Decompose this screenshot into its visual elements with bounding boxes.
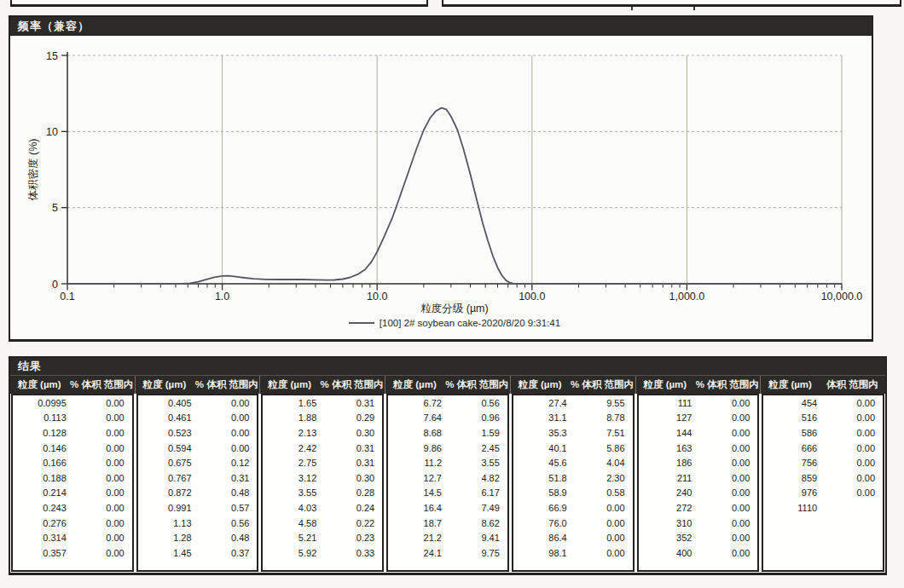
- pct-cell: 2.45: [454, 443, 507, 453]
- size-cell: 127: [639, 412, 704, 423]
- chart-body: 0.11.010.0100.01,000.010,000.0051015 体积密…: [10, 36, 872, 338]
- table-row: 2.130.30: [263, 425, 382, 441]
- pct-cell: 0.57: [204, 503, 258, 513]
- table-row: 0.6750.12: [138, 455, 258, 470]
- size-cell: 40.1: [513, 443, 579, 453]
- table-row: 3.550.28: [263, 486, 382, 501]
- size-cell: 516: [763, 412, 829, 423]
- size-cell: 45.6: [513, 458, 579, 468]
- size-cell: 1.45: [138, 548, 204, 558]
- pct-cell: 0.28: [328, 487, 382, 498]
- size-cell: 51.8: [513, 473, 579, 483]
- table-row: 31.18.78: [513, 411, 633, 426]
- pct-cell: 0.56: [454, 398, 507, 408]
- size-cell: 0.357: [13, 548, 78, 558]
- table-row: 2.420.31: [263, 441, 382, 456]
- table-row: 8590.00: [763, 470, 883, 486]
- table-row: 0.2760.00: [13, 516, 132, 531]
- size-cell: 272: [639, 503, 704, 513]
- results-column-header: 粒度 (µm)体积 范围内: [760, 376, 885, 394]
- pct-cell: 0.29: [328, 412, 382, 423]
- pct-cell: 0.96: [454, 412, 507, 423]
- frequency-chart-panel: 频率（兼容） 0.11.010.0100.01,000.010,000.0051…: [9, 15, 873, 342]
- table-row: 98.10.00: [513, 545, 633, 561]
- pct-cell: 0.00: [204, 428, 258, 438]
- pct-cell: 0.00: [704, 458, 757, 468]
- size-cell: 0.767: [138, 473, 204, 483]
- size-cell: 400: [639, 548, 704, 558]
- pct-cell: 6.17: [454, 487, 507, 498]
- size-cell: 21.2: [388, 533, 454, 543]
- pct-cell: 0.00: [78, 398, 132, 408]
- report-page: 频率（兼容） 0.11.010.0100.01,000.010,000.0051…: [0, 0, 904, 588]
- table-row: 86.40.00: [513, 530, 633, 545]
- size-cell: 163: [639, 443, 704, 453]
- frequency-chart: 0.11.010.0100.01,000.010,000.0051015: [10, 36, 871, 302]
- table-row: 58.90.58: [513, 486, 633, 501]
- size-cell: 0.146: [13, 443, 78, 453]
- size-cell: 2.75: [263, 458, 328, 468]
- pct-cell: 0.00: [829, 473, 883, 483]
- table-row: 35.37.51: [513, 425, 633, 441]
- size-cell: 240: [639, 487, 704, 498]
- size-cell: 0.991: [138, 503, 204, 513]
- pct-cell: 0.00: [78, 412, 132, 423]
- pct-cell: 0.00: [704, 518, 757, 528]
- pct-cell: 0.00: [704, 428, 757, 438]
- size-cell: 0.243: [13, 503, 78, 513]
- table-row: 3.120.30: [263, 470, 382, 486]
- table-row: 5.920.33: [263, 545, 382, 561]
- size-cell: 859: [763, 473, 829, 483]
- pct-cell: 0.00: [704, 473, 757, 483]
- pct-cell: 7.49: [454, 503, 507, 513]
- results-body: 0.09950.000.1130.000.1280.000.1460.000.1…: [10, 394, 885, 572]
- size-header-label: 粒度 (µm): [136, 378, 194, 391]
- table-row: 3520.00: [639, 530, 758, 545]
- pct-cell: 2.30: [579, 473, 633, 483]
- size-cell: 5.21: [263, 533, 328, 543]
- size-cell: 586: [763, 428, 829, 438]
- results-column-header: 粒度 (µm)% 体积 范围内: [135, 376, 260, 394]
- table-row: 0.1660.00: [13, 455, 132, 470]
- x-tick-label: 1,000.0: [669, 291, 705, 302]
- legend-label: [100] 2# soybean cake-2020/8/20 9:31:41: [380, 318, 560, 328]
- table-row: 18.78.62: [388, 516, 507, 531]
- pct-cell: 0.00: [579, 548, 633, 558]
- size-cell: 0.461: [138, 412, 204, 423]
- table-row: 1.280.48: [138, 530, 258, 545]
- table-row: 0.1130.00: [13, 411, 132, 426]
- pct-cell: 0.00: [579, 503, 633, 513]
- y-tick-label: 5: [52, 202, 58, 214]
- pct-cell: 0.00: [829, 412, 883, 423]
- pct-cell: 0.31: [328, 443, 382, 453]
- chart-legend: [100] 2# soybean cake-2020/8/20 9:31:41: [67, 318, 842, 328]
- table-row: 0.5940.00: [138, 441, 258, 456]
- pct-header-label: % 体积 范围内: [569, 378, 635, 391]
- x-tick-label: 100.0: [519, 291, 545, 302]
- table-row: 40.15.86: [513, 441, 633, 456]
- pct-cell: 0.37: [204, 548, 258, 558]
- pct-cell: 0.00: [829, 428, 883, 438]
- results-panel-title: 结果: [10, 358, 885, 375]
- pct-cell: 0.12: [204, 458, 258, 468]
- table-row: 7560.00: [763, 455, 883, 470]
- table-row: 7.640.96: [388, 411, 507, 426]
- pct-cell: 0.00: [829, 398, 883, 408]
- pct-cell: 0.22: [328, 518, 382, 528]
- size-cell: 4.03: [263, 503, 328, 513]
- size-cell: 211: [639, 473, 704, 483]
- size-cell: 27.4: [513, 398, 579, 408]
- size-cell: 0.0995: [13, 398, 78, 408]
- table-row: 4000.00: [639, 545, 758, 561]
- pct-cell: 0.00: [829, 443, 883, 453]
- x-axis-label: 粒度分级 (µm): [67, 302, 842, 316]
- size-cell: 24.1: [388, 548, 454, 558]
- results-group: 1.650.311.880.292.130.302.420.312.750.31…: [261, 394, 384, 572]
- size-header-label: 粒度 (µm): [10, 378, 68, 391]
- table-row: 0.2430.00: [13, 500, 132, 516]
- pct-cell: 0.24: [328, 503, 382, 513]
- size-cell: 1.65: [263, 398, 328, 408]
- pct-cell: 0.00: [78, 473, 132, 483]
- size-header-label: 粒度 (µm): [260, 378, 318, 391]
- size-cell: 0.188: [13, 473, 78, 483]
